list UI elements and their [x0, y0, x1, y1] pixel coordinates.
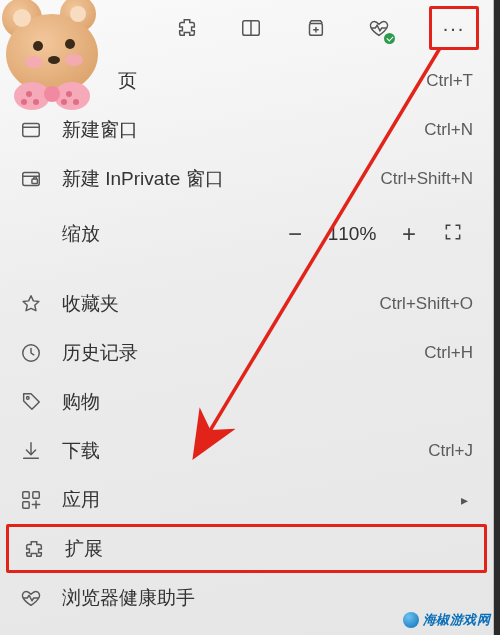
menu-item-extensions[interactable]: 扩展 — [6, 524, 487, 573]
svg-point-5 — [13, 9, 31, 27]
svg-rect-28 — [23, 501, 29, 507]
svg-rect-27 — [33, 491, 39, 497]
svg-point-10 — [25, 56, 43, 68]
menu-item-downloads[interactable]: 下载 Ctrl+J — [0, 426, 493, 475]
more-icon: ··· — [443, 18, 466, 38]
zoom-out-button[interactable]: − — [271, 220, 319, 248]
globe-icon — [403, 612, 419, 628]
zoom-in-button[interactable]: + — [385, 220, 433, 248]
svg-point-14 — [44, 86, 60, 102]
menu-item-zoom: 缩放 − 110% + — [0, 203, 493, 265]
svg-point-8 — [65, 39, 75, 49]
zoom-value: 110% — [319, 223, 385, 245]
zoom-label: 缩放 — [62, 221, 271, 247]
browser-menu-panel: ··· 页 Ctrl+T — [0, 0, 494, 635]
menu-label: 下载 — [62, 438, 428, 464]
svg-point-6 — [70, 6, 86, 22]
svg-point-19 — [73, 99, 79, 105]
browser-health-icon[interactable] — [365, 14, 393, 42]
menu-shortcut: Ctrl+N — [424, 120, 473, 140]
menu-label: 历史记录 — [62, 340, 424, 366]
inprivate-icon — [18, 166, 44, 192]
menu-item-apps[interactable]: 应用 ▸ — [0, 475, 493, 524]
menu-item-new-inprivate[interactable]: 新建 InPrivate 窗口 Ctrl+Shift+N — [0, 154, 493, 203]
separator — [0, 265, 493, 279]
puzzle-icon — [21, 536, 47, 562]
window-edge — [494, 0, 500, 635]
menu-shortcut: Ctrl+Shift+N — [380, 169, 473, 189]
heart-pulse-icon — [18, 585, 44, 611]
menu-label: 购物 — [62, 389, 473, 415]
menu-shortcut: Ctrl+J — [428, 441, 473, 461]
menu-shortcut: Ctrl+Shift+O — [379, 294, 473, 314]
svg-point-15 — [26, 91, 32, 97]
menu-label: 应用 — [62, 487, 453, 513]
watermark: 海椒游戏网 — [403, 611, 491, 629]
menu-shortcut: Ctrl+T — [426, 71, 473, 91]
svg-point-25 — [27, 396, 30, 399]
menu-label: 浏览器健康助手 — [62, 585, 473, 611]
bear-sticker-overlay — [0, 0, 122, 122]
apps-icon — [18, 487, 44, 513]
menu-label: 扩展 — [65, 536, 470, 562]
svg-rect-21 — [23, 123, 40, 136]
tag-icon — [18, 389, 44, 415]
svg-point-16 — [33, 99, 39, 105]
menu-label: 新建 InPrivate 窗口 — [62, 166, 380, 192]
star-icon — [18, 291, 44, 317]
split-screen-icon[interactable] — [237, 14, 265, 42]
health-check-badge — [384, 33, 395, 44]
menu-label: 收藏夹 — [62, 291, 379, 317]
svg-point-20 — [61, 99, 67, 105]
menu-item-favorites[interactable]: 收藏夹 Ctrl+Shift+O — [0, 279, 493, 328]
collections-icon[interactable] — [301, 14, 329, 42]
download-icon — [18, 438, 44, 464]
svg-point-11 — [65, 54, 83, 66]
svg-rect-26 — [23, 491, 29, 497]
fullscreen-button[interactable] — [433, 222, 473, 246]
svg-point-9 — [48, 56, 60, 64]
extensions-icon[interactable] — [173, 14, 201, 42]
menu-item-shopping[interactable]: 购物 — [0, 377, 493, 426]
svg-point-7 — [33, 41, 43, 51]
more-menu-button[interactable]: ··· — [429, 6, 479, 50]
history-icon — [18, 340, 44, 366]
watermark-text: 海椒游戏网 — [423, 611, 491, 629]
menu-shortcut: Ctrl+H — [424, 343, 473, 363]
settings-menu: 页 Ctrl+T 新建窗口 Ctrl+N 新建 InPrivate 窗口 Ctr… — [0, 56, 493, 635]
chevron-right-icon: ▸ — [461, 492, 473, 508]
svg-point-18 — [66, 91, 72, 97]
menu-item-history[interactable]: 历史记录 Ctrl+H — [0, 328, 493, 377]
svg-point-17 — [21, 99, 27, 105]
